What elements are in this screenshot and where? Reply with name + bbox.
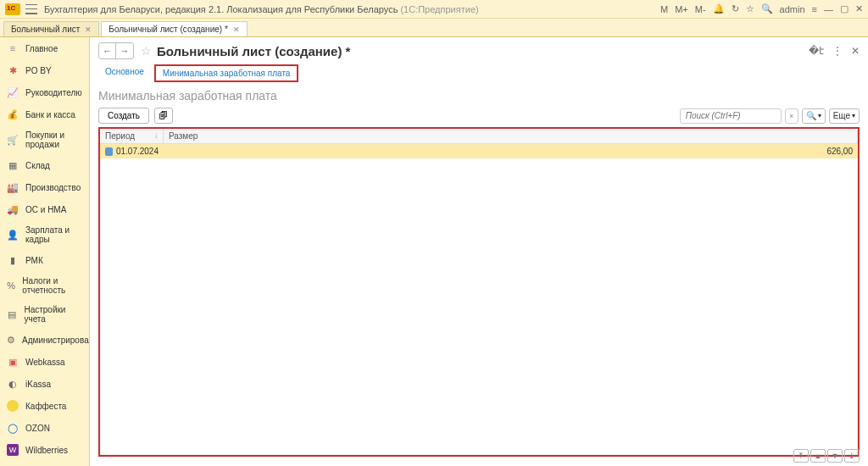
sidebar-item-bank[interactable]: 💰Банк и касса xyxy=(0,103,89,125)
app-logo xyxy=(5,3,20,15)
sidebar-item-manager[interactable]: 📈Руководителю xyxy=(0,81,89,103)
scroll-top-button[interactable]: ⤒ xyxy=(793,449,809,463)
search-input[interactable] xyxy=(680,108,782,124)
sidebar-item-production[interactable]: 🏭Производство xyxy=(0,176,89,198)
column-header-size[interactable]: Размер xyxy=(164,129,858,143)
link-icon[interactable]: �է xyxy=(809,45,824,57)
row-status-icon xyxy=(105,147,113,156)
subtab-main[interactable]: Основное xyxy=(98,64,151,82)
back-button[interactable]: ← xyxy=(99,43,116,58)
sidebar-item-settings[interactable]: ▤Настройки учета xyxy=(0,300,89,329)
sidebar-item-webkassa[interactable]: ▣Webkassa xyxy=(0,351,89,373)
scroll-up-button[interactable]: ▲ xyxy=(810,449,826,463)
tab-sick-leave-create[interactable]: Больничный лист (создание) *✕ xyxy=(101,21,247,36)
memory-m-plus-button[interactable]: M+ xyxy=(675,4,688,14)
section-title: Минимальная заработная плата xyxy=(98,89,860,103)
data-grid: Период↓ Размер 01.07.2024 626,00 xyxy=(98,127,860,457)
sidebar-item-sales[interactable]: 🛒Покупки и продажи xyxy=(0,125,89,154)
sidebar-item-admin[interactable]: ⚙Администрирование xyxy=(0,329,89,351)
sidebar-item-main[interactable]: ≡Главное xyxy=(0,37,89,59)
grid-empty-area xyxy=(100,158,858,455)
settings-icon[interactable]: ≡ xyxy=(812,4,817,14)
clear-search-button[interactable]: × xyxy=(785,108,798,124)
main-menu-icon[interactable] xyxy=(25,4,37,14)
page-title: Больничный лист (создание) * xyxy=(157,44,350,58)
table-row[interactable]: 01.07.2024 626,00 xyxy=(100,144,858,158)
sidebar-item-kaffesta[interactable]: Каффеста xyxy=(0,395,89,417)
close-page-button[interactable]: ✕ xyxy=(851,45,860,57)
search-options-button[interactable]: 🔍▾ xyxy=(802,108,826,124)
row-period-value: 01.07.2024 xyxy=(116,147,159,156)
sidebar-item-poby[interactable]: ✱PO BY xyxy=(0,59,89,81)
search-icon[interactable]: 🔍 xyxy=(761,3,773,14)
maximize-button[interactable]: ▢ xyxy=(840,3,849,14)
sidebar-item-ikassa[interactable]: ◐iKassa xyxy=(0,373,89,395)
copy-button[interactable]: 🗐 xyxy=(154,108,173,124)
tab-sick-leave[interactable]: Больничный лист✕ xyxy=(3,21,99,36)
minimize-button[interactable]: — xyxy=(824,4,833,14)
forward-button[interactable]: → xyxy=(116,43,133,58)
user-label: admin xyxy=(780,4,805,14)
sidebar-item-wildberries[interactable]: WWildberries xyxy=(0,439,89,461)
bell-icon[interactable]: 🔔 xyxy=(713,3,725,14)
memory-m-button[interactable]: M xyxy=(660,4,668,14)
sidebar: ≡Главное ✱PO BY 📈Руководителю 💰Банк и ка… xyxy=(0,37,90,466)
memory-m-minus-button[interactable]: M- xyxy=(695,4,706,14)
subtab-min-wage[interactable]: Минимальная заработная плата xyxy=(154,64,299,82)
favorite-star-icon[interactable]: ☆ xyxy=(141,44,152,58)
scroll-down-button[interactable]: ▼ xyxy=(827,449,843,463)
scroll-bottom-button[interactable]: ⤓ xyxy=(844,449,860,463)
sidebar-item-warehouse[interactable]: ▦Склад xyxy=(0,154,89,176)
close-icon[interactable]: ✕ xyxy=(85,25,92,34)
column-header-period[interactable]: Период↓ xyxy=(100,129,164,143)
app-title: Бухгалтерия для Беларуси, редакция 2.1. … xyxy=(44,4,479,14)
close-button[interactable]: ✕ xyxy=(855,3,863,14)
favorite-icon[interactable]: ☆ xyxy=(746,3,754,14)
sidebar-item-taxes[interactable]: %Налоги и отчетность xyxy=(0,271,89,300)
more-icon[interactable]: ⋮ xyxy=(832,45,843,57)
create-button[interactable]: Создать xyxy=(98,108,149,124)
sidebar-item-rmk[interactable]: ▮РМК xyxy=(0,249,89,271)
sidebar-item-ozon[interactable]: ◯OZON xyxy=(0,417,89,439)
row-size-value: 626,00 xyxy=(164,144,858,158)
close-icon[interactable]: ✕ xyxy=(233,25,240,34)
sidebar-item-assets[interactable]: 🚚ОС и НМА xyxy=(0,198,89,220)
history-icon[interactable]: ↻ xyxy=(732,3,739,14)
more-button[interactable]: Еще▾ xyxy=(829,108,860,124)
nav-buttons: ← → xyxy=(98,42,134,59)
sidebar-item-salary[interactable]: 👤Зарплата и кадры xyxy=(0,220,89,249)
